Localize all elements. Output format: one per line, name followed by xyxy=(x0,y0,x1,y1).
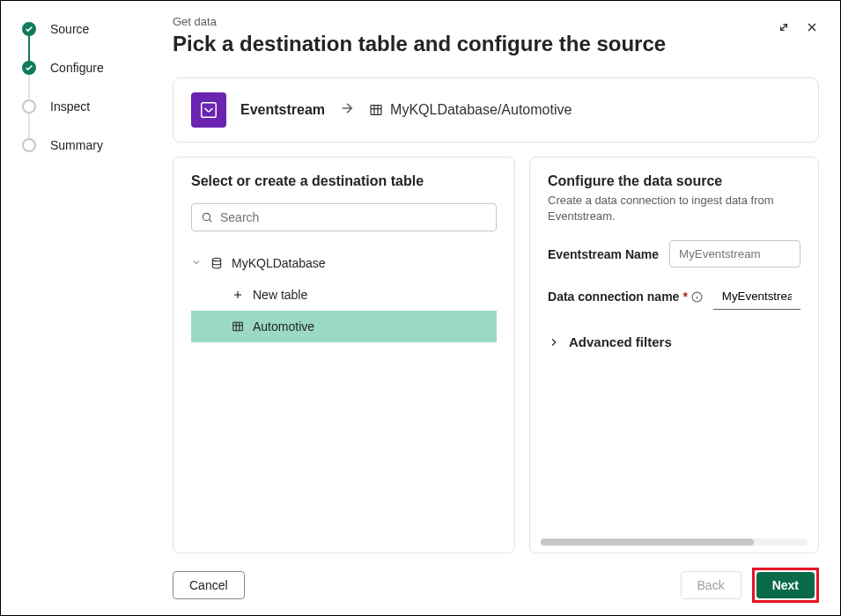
destination-path: MyKQLDatabase/Automotive xyxy=(369,102,572,118)
eventstream-name-label: Eventstream Name xyxy=(548,247,659,261)
advanced-filters-label: Advanced filters xyxy=(569,334,672,349)
svg-rect-14 xyxy=(233,322,243,330)
svg-rect-3 xyxy=(202,103,217,118)
eventstream-name-input xyxy=(669,240,800,268)
database-name: MyKQLDatabase xyxy=(232,256,326,270)
table-icon xyxy=(369,103,383,117)
svg-point-9 xyxy=(203,213,210,220)
info-icon[interactable] xyxy=(691,291,703,303)
stepper: Source Configure Inspect Summary xyxy=(1,1,173,615)
svg-point-11 xyxy=(212,258,220,261)
close-icon[interactable] xyxy=(805,20,819,38)
source-label: Eventstream xyxy=(240,102,325,118)
step-done-icon xyxy=(22,61,36,75)
step-pending-icon xyxy=(22,138,36,152)
panel-subtitle: Create a data connection to ingest data … xyxy=(548,193,800,224)
new-table-label: New table xyxy=(253,288,307,302)
svg-line-0 xyxy=(781,25,787,31)
wizard-footer: Cancel Back Next xyxy=(173,555,840,615)
table-item-automotive[interactable]: Automotive xyxy=(191,311,497,342)
panel-title: Configure the data source xyxy=(548,173,800,189)
step-label: Source xyxy=(50,22,89,36)
configure-source-panel: Configure the data source Create a data … xyxy=(529,157,819,554)
next-button[interactable]: Next xyxy=(756,572,815,598)
step-done-icon xyxy=(22,22,36,36)
expand-icon[interactable] xyxy=(777,20,791,38)
destination-table-panel: Select or create a destination table MyK… xyxy=(173,157,515,554)
cancel-button[interactable]: Cancel xyxy=(173,571,245,599)
step-label: Configure xyxy=(50,61,104,75)
database-tree: MyKQLDatabase New table Automotive xyxy=(191,253,497,342)
advanced-filters-toggle[interactable]: Advanced filters xyxy=(548,334,800,349)
new-table-action[interactable]: New table xyxy=(191,279,497,311)
plus-icon xyxy=(232,289,244,301)
chevron-down-icon xyxy=(191,256,202,270)
arrow-right-icon xyxy=(339,100,355,120)
database-icon xyxy=(210,257,223,269)
svg-rect-5 xyxy=(371,106,381,115)
destination-text: MyKQLDatabase/Automotive xyxy=(390,102,572,118)
step-inspect: Inspect xyxy=(22,99,173,138)
panel-title: Select or create a destination table xyxy=(191,173,497,189)
scrollbar-thumb[interactable] xyxy=(541,539,754,546)
step-pending-icon xyxy=(22,99,36,114)
data-connection-name-input[interactable] xyxy=(713,283,800,310)
step-source[interactable]: Source xyxy=(22,22,173,61)
back-button: Back xyxy=(681,571,741,599)
horizontal-scrollbar[interactable] xyxy=(541,539,808,546)
search-icon xyxy=(201,211,213,224)
step-summary: Summary xyxy=(22,138,173,177)
eventstream-icon xyxy=(191,92,226,128)
table-icon xyxy=(232,320,244,333)
database-node[interactable]: MyKQLDatabase xyxy=(191,253,497,274)
svg-line-10 xyxy=(210,220,212,223)
chevron-right-icon xyxy=(548,336,560,348)
breadcrumb: Get data xyxy=(173,15,777,28)
page-title: Pick a destination table and configure t… xyxy=(173,32,777,56)
step-configure[interactable]: Configure xyxy=(22,61,173,99)
main-content: Get data Pick a destination table and co… xyxy=(173,1,840,615)
source-destination-banner: Eventstream MyKQLDatabase/Automotive xyxy=(173,77,819,143)
data-connection-name-label: Data connection name * xyxy=(548,290,703,304)
search-input[interactable] xyxy=(220,210,487,224)
step-label: Inspect xyxy=(50,99,90,114)
table-name: Automotive xyxy=(253,319,314,334)
step-label: Summary xyxy=(50,138,103,152)
search-wrap[interactable] xyxy=(191,203,497,231)
